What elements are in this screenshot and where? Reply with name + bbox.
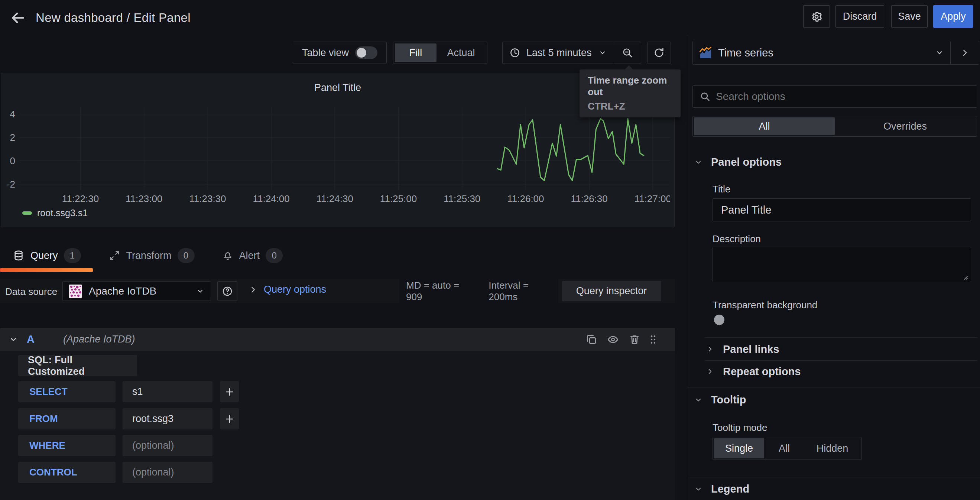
options-search — [692, 86, 977, 108]
chart-legend-item[interactable]: root.ssg3.s1 — [22, 208, 88, 218]
tab-all[interactable]: All — [694, 117, 835, 135]
where-placeholder: (optional) — [132, 440, 174, 451]
table-view-toggle[interactable] — [355, 46, 377, 59]
clock-icon — [509, 47, 520, 58]
tooltip-heading: Tooltip — [711, 394, 746, 406]
svg-text:11:23:00: 11:23:00 — [126, 193, 162, 204]
from-keyword: FROM — [29, 413, 58, 425]
panel-links-heading: Panel links — [723, 343, 780, 355]
sql-mode-selector[interactable]: SQL: Full Customized — [18, 355, 137, 376]
timeseries-viz-icon — [699, 46, 712, 59]
visualization-picker: Time series — [692, 41, 979, 65]
tooltip-mode-single[interactable]: Single — [714, 438, 764, 459]
toggle-query-visibility-button[interactable] — [607, 334, 619, 346]
from-keyword-cell[interactable]: FROM — [18, 408, 116, 430]
series-name: root.ssg3.s1 — [37, 208, 88, 218]
legend-section-header[interactable]: Legend — [694, 483, 749, 495]
duplicate-query-button[interactable] — [585, 334, 597, 346]
search-options-input[interactable] — [716, 91, 970, 102]
resize-handle-icon[interactable] — [961, 274, 969, 281]
add-select-button[interactable] — [220, 381, 239, 402]
select-value: s1 — [132, 386, 143, 398]
collapse-chevron-down-icon[interactable] — [8, 334, 19, 345]
chevron-right-icon — [248, 285, 258, 295]
tooltip-mode-all[interactable]: All — [764, 438, 804, 459]
dashboard-settings-button[interactable] — [803, 5, 830, 28]
svg-text:4: 4 — [10, 108, 15, 119]
repeat-options-heading: Repeat options — [723, 366, 800, 378]
control-placeholder: (optional) — [132, 467, 174, 478]
zoom-out-button[interactable] — [614, 42, 641, 64]
panel-options-section-header[interactable]: Panel options — [694, 156, 782, 168]
help-icon — [222, 286, 233, 297]
delete-query-button[interactable] — [628, 334, 640, 346]
svg-text:11:26:30: 11:26:30 — [571, 193, 608, 204]
plus-icon — [224, 386, 235, 398]
svg-text:11:27:00: 11:27:00 — [635, 193, 670, 204]
control-value-field[interactable]: (optional) — [123, 462, 213, 483]
svg-text:11:25:00: 11:25:00 — [380, 193, 417, 204]
time-series-chart[interactable]: 420-211:22:3011:23:0011:23:3011:24:0011:… — [1, 73, 670, 227]
refresh-button[interactable] — [647, 41, 671, 64]
drag-handle[interactable] — [647, 334, 659, 346]
query-inspector-button[interactable]: Query inspector — [562, 281, 661, 301]
chevron-down-icon — [694, 396, 703, 404]
viz-select-button[interactable]: Time series — [693, 41, 950, 64]
save-button[interactable]: Save — [891, 5, 928, 28]
panel-description-input[interactable] — [713, 247, 971, 282]
tab-transform-label: Transform — [126, 250, 172, 261]
copy-icon — [585, 334, 597, 346]
tab-alert-count: 0 — [266, 248, 283, 263]
options-filter-tabs: All Overrides — [692, 116, 977, 137]
chevron-down-icon — [598, 48, 607, 57]
grafana-edit-panel-screen: New dashboard / Edit Panel Discard Save … — [0, 0, 980, 500]
select-keyword-cell[interactable]: SELECT — [18, 381, 116, 402]
back-button[interactable] — [9, 9, 27, 27]
query-options-expander[interactable]: Query options — [248, 284, 326, 295]
svg-text:11:23:30: 11:23:30 — [189, 193, 226, 204]
actual-option[interactable]: Actual — [436, 43, 485, 62]
panel-links-section-header[interactable]: Panel links — [706, 341, 780, 357]
svg-text:11:25:30: 11:25:30 — [444, 193, 480, 204]
tab-transform[interactable]: Transform 0 — [108, 248, 195, 263]
sql-mode-label: SQL: Full Customized — [28, 354, 127, 377]
tab-alert[interactable]: Alert 0 — [222, 248, 283, 263]
chart-panel[interactable]: Panel Title 420-211:22:3011:23:0011:23:3… — [1, 73, 675, 227]
tab-alert-label: Alert — [239, 250, 260, 261]
where-value-field[interactable]: (optional) — [123, 435, 213, 456]
query-row-header[interactable]: A (Apache IoTDB) — [0, 328, 675, 351]
datasource-label: Data source — [5, 286, 57, 298]
panel-title-input[interactable] — [713, 198, 971, 221]
tab-query[interactable]: Query 1 — [13, 248, 81, 263]
control-keyword-cell[interactable]: CONTROL — [18, 462, 116, 483]
svg-text:11:26:00: 11:26:00 — [507, 193, 544, 204]
collapse-pane-button[interactable] — [951, 41, 979, 64]
table-view-control: Table view — [293, 41, 387, 64]
table-view-label: Table view — [302, 47, 349, 59]
datasource-help-button[interactable] — [217, 281, 237, 301]
description-label: Description — [713, 233, 761, 245]
section-divider — [687, 478, 980, 478]
legend-heading: Legend — [711, 483, 749, 495]
tab-overrides[interactable]: Overrides — [835, 117, 975, 135]
from-value-field[interactable]: root.ssg3 — [123, 408, 213, 430]
svg-text:11:24:30: 11:24:30 — [317, 193, 353, 204]
tooltip-mode-group: Single All Hidden — [713, 437, 862, 460]
repeat-options-section-header[interactable]: Repeat options — [706, 363, 800, 380]
query-ref-id[interactable]: A — [27, 333, 35, 346]
datasource-picker[interactable]: Apache IoTDB — [62, 281, 211, 301]
add-from-button[interactable] — [220, 408, 239, 430]
fill-actual-segmented: Fill Actual — [393, 41, 487, 64]
tab-transform-count: 0 — [178, 248, 195, 263]
select-value-field[interactable]: s1 — [123, 381, 213, 402]
apply-button[interactable]: Apply — [933, 5, 973, 28]
time-range-button[interactable]: Last 5 minutes — [503, 42, 614, 64]
zoom-out-tooltip: Time range zoom out CTRL+Z — [579, 70, 681, 117]
time-range-label: Last 5 minutes — [527, 47, 592, 59]
section-divider — [687, 387, 980, 387]
fill-option[interactable]: Fill — [395, 43, 436, 62]
where-keyword-cell[interactable]: WHERE — [18, 435, 116, 456]
discard-button[interactable]: Discard — [835, 5, 884, 28]
tooltip-mode-hidden[interactable]: Hidden — [804, 438, 861, 459]
tooltip-section-header[interactable]: Tooltip — [694, 394, 746, 406]
